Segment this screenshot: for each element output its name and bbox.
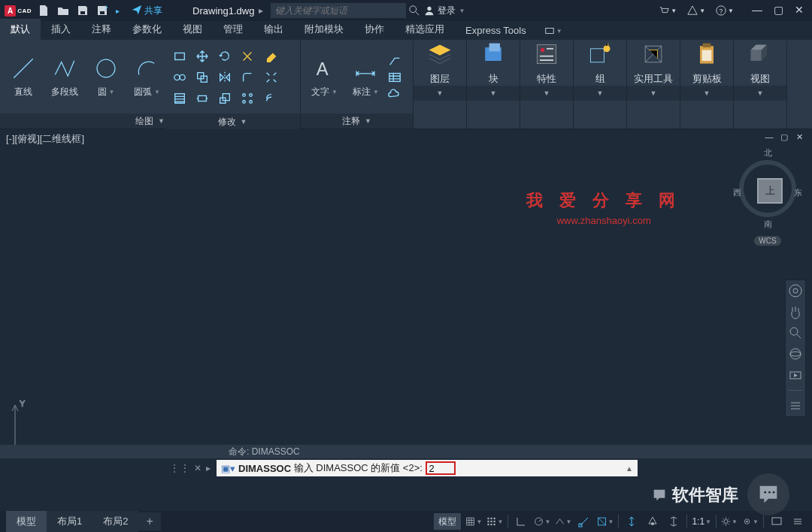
hatch-icon[interactable]: [169, 89, 190, 108]
stretch-icon[interactable]: [192, 89, 213, 108]
isodraft-icon[interactable]: ▼: [555, 513, 571, 530]
clipboard-button[interactable]: 剪贴板: [680, 41, 733, 86]
open-file-icon[interactable]: [57, 5, 69, 17]
view-button[interactable]: 视图: [734, 41, 786, 86]
snap-icon[interactable]: ▼: [486, 513, 503, 530]
tab-default[interactable]: 默认: [0, 19, 41, 40]
nav-bar-menu-icon[interactable]: [788, 398, 803, 413]
search-box[interactable]: [271, 3, 406, 18]
ortho-icon[interactable]: [513, 513, 529, 530]
layout-tab-model[interactable]: 模型: [6, 511, 47, 532]
drawing-area[interactable]: [-][俯视][二维线框] — ▢ ✕ 我 爱 分 享 网 www.zhansh…: [0, 129, 812, 478]
rotate-icon[interactable]: [214, 47, 235, 66]
polar-icon[interactable]: ▼: [534, 513, 550, 530]
layout-tab-2[interactable]: 布局2: [92, 511, 138, 532]
wcs-badge[interactable]: WCS: [754, 236, 780, 246]
line-button[interactable]: 直线: [5, 53, 42, 101]
viewport-label[interactable]: [-][俯视][二维线框]: [6, 132, 84, 146]
save-icon[interactable]: [77, 5, 89, 17]
panel-modify-label[interactable]: 修改▼: [165, 114, 299, 129]
tab-parametric[interactable]: 参数化: [122, 19, 172, 40]
spline-icon[interactable]: [169, 68, 190, 87]
saveas-icon[interactable]: [96, 5, 108, 17]
tab-annotate[interactable]: 注释: [81, 19, 122, 40]
viewport-close-icon[interactable]: ✕: [794, 132, 804, 143]
cmd-recent-icon[interactable]: ▸: [206, 463, 212, 473]
showmotion-icon[interactable]: [788, 367, 803, 382]
customize-icon[interactable]: [789, 513, 806, 530]
table-icon[interactable]: [388, 71, 401, 84]
utilities-button[interactable]: 实用工具: [627, 41, 680, 86]
close-button[interactable]: ✕: [794, 5, 804, 16]
login-button[interactable]: 登录 ▼: [424, 5, 465, 17]
fillet-icon[interactable]: [237, 68, 258, 87]
lineweight-icon[interactable]: [623, 513, 640, 530]
qat-arrow-icon[interactable]: ▸: [116, 7, 120, 15]
share-button[interactable]: 共享: [132, 5, 162, 17]
minimize-button[interactable]: —: [752, 5, 762, 16]
layout-tab-add[interactable]: +: [138, 512, 160, 530]
tab-addins[interactable]: 附加模块: [294, 19, 354, 40]
explode-icon[interactable]: [261, 68, 282, 87]
a360-dropdown[interactable]: ▼: [687, 5, 705, 16]
properties-button[interactable]: 特性: [520, 41, 573, 86]
search-input[interactable]: [275, 5, 401, 16]
panel-annot-label[interactable]: 注释: [342, 115, 360, 128]
dimension-button[interactable]: 标注▼: [347, 53, 385, 101]
annoscale-icon[interactable]: 1:1▼: [692, 513, 711, 530]
cleanscreen-icon[interactable]: [768, 513, 785, 530]
cmd-close-icon[interactable]: ✕: [194, 463, 203, 473]
mirror-icon[interactable]: [214, 68, 235, 87]
model-toggle[interactable]: 模型: [434, 513, 461, 530]
tab-extra-toggle[interactable]: ▼: [537, 22, 570, 40]
text-button[interactable]: A文字▼: [305, 53, 344, 101]
cycling-icon[interactable]: [665, 513, 682, 530]
pan-icon[interactable]: [788, 304, 803, 319]
viewcube-top[interactable]: 上: [757, 178, 783, 204]
move-icon[interactable]: [192, 47, 213, 66]
maximize-button[interactable]: ▢: [773, 5, 783, 16]
cmd-grip-icon[interactable]: ⋮⋮: [170, 463, 191, 473]
group-button[interactable]: 组: [574, 41, 626, 86]
block-button[interactable]: 块: [467, 41, 520, 86]
tab-featured[interactable]: 精选应用: [395, 19, 455, 40]
polyline-button[interactable]: 多段线: [45, 53, 84, 101]
viewport-max-icon[interactable]: ▢: [779, 132, 789, 143]
layout-tab-1[interactable]: 布局1: [47, 511, 92, 532]
osnap-icon[interactable]: [576, 513, 592, 530]
copy-icon[interactable]: [192, 68, 213, 87]
search-icon[interactable]: [409, 5, 420, 16]
transparency-icon[interactable]: [644, 513, 661, 530]
tab-manage[interactable]: 管理: [213, 19, 253, 40]
arc-button[interactable]: 圆弧▼: [128, 53, 166, 101]
eraser-icon[interactable]: [261, 47, 282, 66]
tab-output[interactable]: 输出: [253, 19, 294, 40]
steering-wheel-icon[interactable]: [788, 283, 803, 298]
otrack-icon[interactable]: ▼: [597, 513, 614, 530]
tab-collab[interactable]: 协作: [354, 19, 395, 40]
gear-icon[interactable]: ▼: [721, 513, 738, 530]
grid-icon[interactable]: ▼: [465, 513, 482, 530]
trim-icon[interactable]: [237, 47, 258, 66]
array-icon[interactable]: [237, 89, 258, 108]
rect-icon[interactable]: [169, 47, 190, 66]
orbit-icon[interactable]: [788, 346, 803, 361]
viewport-min-icon[interactable]: —: [764, 132, 774, 143]
scale-icon[interactable]: [214, 89, 235, 108]
panel-draw-label[interactable]: 绘图: [135, 115, 153, 128]
help-dropdown[interactable]: ?▼: [716, 5, 734, 16]
command-input-box[interactable]: ▣▾ DIMASSOC 输入 DIMASSOC 的新值 <2>: ▲: [217, 460, 638, 476]
cloud-icon[interactable]: [388, 87, 401, 101]
layer-button[interactable]: 图层: [414, 41, 466, 86]
tab-insert[interactable]: 插入: [41, 19, 81, 40]
offset-icon[interactable]: [261, 89, 282, 108]
isolate-icon[interactable]: ▼: [742, 513, 759, 530]
tab-view[interactable]: 视图: [172, 19, 213, 40]
view-cube[interactable]: 北 上 西 东 南 WCS: [734, 147, 801, 245]
new-file-icon[interactable]: [38, 5, 50, 17]
chat-overlay-icon[interactable]: [747, 473, 789, 515]
cmd-input[interactable]: [429, 463, 452, 474]
zoom-extents-icon[interactable]: [788, 325, 803, 340]
cart-dropdown[interactable]: ▼: [659, 5, 677, 16]
circle-button[interactable]: 圆▼: [87, 53, 125, 101]
